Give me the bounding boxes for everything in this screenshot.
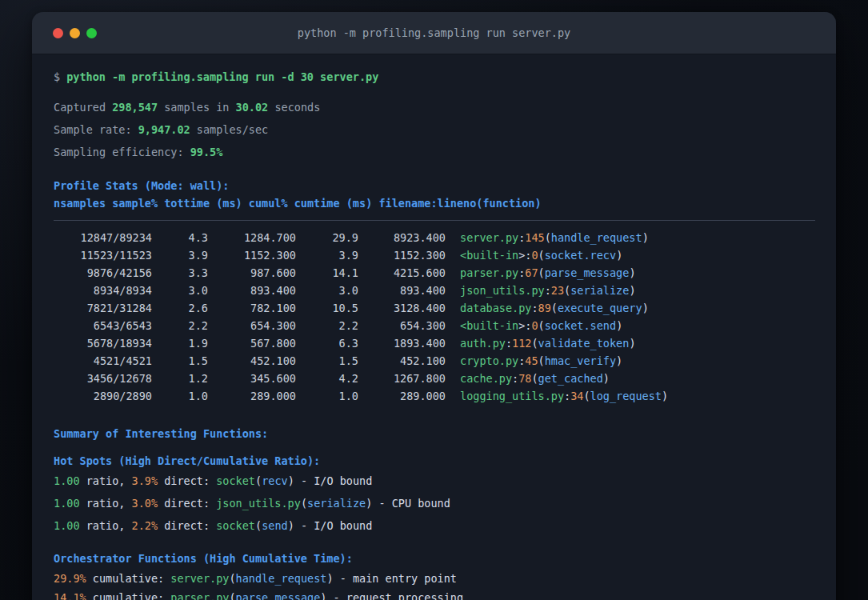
line-number: 89 [538,302,551,314]
minimize-button[interactable] [70,28,80,38]
tottime-cell: 1284.700 [208,229,296,246]
hot-spot-line: 1.00 ratio, 3.0% direct: json_utils.py(s… [54,494,815,512]
efficiency-label: Sampling efficiency: [54,146,190,158]
close-button[interactable] [53,28,63,38]
file-name: <built-in [460,249,518,262]
sample-pct-cell: 1.9 [152,334,208,352]
close-paren: ) [603,372,610,385]
cumul-pct-cell: 1.5 [296,352,358,370]
tottime-cell: 987.600 [208,264,296,282]
line-number: 34 [570,390,583,402]
cumul-pct-cell: 1.0 [296,387,358,405]
open-paren: ( [551,302,558,314]
module-name: socket [216,474,255,487]
close-paren: ) [629,337,635,350]
bound-note: - CPU bound [372,497,450,510]
cumtime-cell: 452.100 [358,352,446,370]
line-number: 0 [531,319,538,332]
location-cell: auth.py:112(validate_token) [460,334,636,352]
close-paren: ) [629,266,635,279]
cumul-pct-cell: 3.9 [296,246,358,264]
hot-spots-title: Hot Spots (High Direct/Cumulative Ratio)… [54,452,815,470]
close-paren: ) [326,572,333,585]
sample-pct-cell: 2.6 [152,299,208,317]
open-paren: ( [531,372,538,385]
open-paren: ( [229,591,235,600]
module-name: server.py [170,572,229,585]
function-name: socket.send [545,319,616,332]
profile-table-row: 6543/65432.2654.3002.2654.300<built-in>:… [54,317,815,334]
direct-pct-value: 3.0% [132,497,158,510]
ratio-label: ratio, [80,474,132,487]
close-paren: ) [616,249,622,262]
nsamples-cell: 11523/11523 [54,246,152,264]
open-paren: ( [583,390,590,402]
captured-suffix-label: seconds [268,101,320,114]
tottime-cell: 782.100 [208,299,296,317]
module-name: parser.py [170,591,229,600]
nsamples-cell: 9876/42156 [54,264,152,282]
sample-pct-cell: 1.0 [152,387,208,405]
file-name: <built-in [460,319,518,332]
cumtime-cell: 1152.300 [358,246,446,264]
profile-table-row: 2890/28901.0289.0001.0289.000logging_uti… [54,387,815,405]
open-paren: ( [538,249,545,262]
tottime-cell: 567.800 [208,334,296,352]
sample-rate-label: Sample rate: [54,123,138,136]
direct-label: direct: [158,474,216,487]
shell-prompt: $ [54,70,60,83]
sample-pct-cell: 3.9 [152,246,208,264]
cumtime-cell: 654.300 [358,317,446,334]
sample-pct-cell: 3.0 [152,282,208,299]
profile-table-rows: 12847/892344.31284.70029.98923.400server… [54,229,815,405]
cumtime-cell: 289.000 [358,387,446,405]
open-paren: ( [229,572,235,585]
module-name: socket [216,519,255,532]
location-cell: crypto.py:45(hmac_verify) [460,352,622,370]
line-number: 145 [525,231,544,244]
file-name: auth.py [460,337,506,350]
terminal-output[interactable]: $python -m profiling.sampling run -d 30 … [32,54,836,600]
open-paren: ( [564,284,570,297]
efficiency-value: 99.5% [190,146,223,158]
cumtime-cell: 8923.400 [358,229,446,246]
close-paren: ) [616,319,622,332]
close-paren: ) [642,302,649,314]
profile-table-row: 9876/421563.3987.60014.14215.600parser.p… [54,264,815,282]
function-name: get_cached [538,372,603,385]
location-cell: parser.py:67(parse_message) [460,264,636,282]
cumul-pct-cell: 6.3 [296,334,358,352]
profile-table-row: 12847/892344.31284.70029.98923.400server… [54,229,815,246]
profile-table-row: 4521/45211.5452.1001.5452.100crypto.py:4… [54,352,815,370]
file-name: logging_utils.py [460,390,564,402]
open-paren: ( [301,497,307,510]
summary-title: Summary of Interesting Functions: [54,425,815,442]
line-number: 78 [518,372,531,385]
location-cell: <built-in>:0(socket.send) [460,317,622,334]
direct-pct-value: 3.9% [132,474,158,487]
titlebar[interactable]: python -m profiling.sampling run server.… [32,12,836,54]
window-controls [53,12,97,54]
location-cell: server.py:145(handle_request) [460,229,649,246]
sample-pct-cell: 1.2 [152,370,208,387]
bound-note: - I/O bound [294,519,373,532]
orchestrator-line: 14.1% cumulative: parser.py(parse_messag… [54,589,815,600]
nsamples-cell: 8934/8934 [54,282,152,299]
profile-stats-title: Profile Stats (Mode: wall): [54,177,815,194]
role-note: - request processing [326,591,463,600]
cumtime-cell: 1267.800 [358,370,446,387]
function-name: socket.recv [545,249,616,262]
location-cell: json_utils.py:23(serialize) [460,282,636,299]
file-name: crypto.py [460,354,518,367]
function-name: validate_token [538,337,630,350]
location-cell: cache.py:78(get_cached) [460,370,610,387]
window-title: python -m profiling.sampling run server.… [298,26,570,39]
function-name: handle_request [236,572,327,585]
colon-separator: : [512,372,518,385]
nsamples-cell: 12847/89234 [54,229,152,246]
efficiency-line: Sampling efficiency: 99.5% [54,143,815,161]
line-number: 23 [551,284,564,297]
orchestrator-title: Orchestrator Functions (High Cumulative … [54,550,815,567]
maximize-button[interactable] [86,28,97,38]
ratio-label: ratio, [80,519,132,532]
